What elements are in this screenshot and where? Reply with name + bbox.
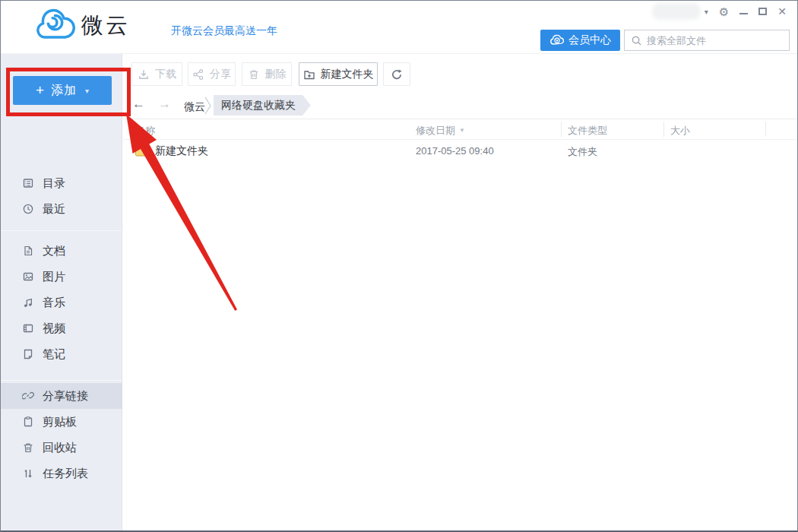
sidebar-item-share-links[interactable]: 分享链接 <box>1 383 122 409</box>
nav-back-arrow[interactable]: ← <box>132 97 145 112</box>
member-center-button[interactable]: 会员中心 <box>540 30 620 51</box>
member-center-label: 会员中心 <box>568 33 611 47</box>
recent-clock-icon <box>22 203 34 215</box>
refresh-icon <box>391 68 403 81</box>
breadcrumb-current-folder[interactable]: 网络硬盘收藏夹 <box>214 95 311 116</box>
music-note-icon <box>22 296 34 309</box>
share-button[interactable]: 分享 <box>188 62 236 86</box>
settings-gear-icon[interactable]: ⚙ <box>719 6 729 17</box>
clipboard-icon <box>22 416 34 428</box>
search-box <box>624 30 790 51</box>
account-dropdown-caret-icon[interactable]: ▾ <box>705 8 708 16</box>
user-account-redacted[interactable] <box>654 5 698 17</box>
video-icon <box>22 322 34 334</box>
sidebar-item-music[interactable]: 音乐 <box>1 290 122 315</box>
sidebar-item-recent[interactable]: 最近 <box>1 196 122 222</box>
sort-caret-icon: ▼ <box>459 127 465 134</box>
sidebar-item-documents[interactable]: 文档 <box>1 238 122 264</box>
delete-button[interactable]: 删除 <box>242 62 292 86</box>
sidebar-item-label: 笔记 <box>43 347 65 362</box>
column-header-size[interactable]: 大小 <box>670 124 690 138</box>
sidebar-divider <box>1 380 122 381</box>
add-button[interactable]: + 添加 ▾ <box>13 76 112 105</box>
directory-icon <box>22 177 34 189</box>
file-type: 文件夹 <box>568 145 597 159</box>
sidebar-item-videos[interactable]: 视频 <box>1 315 122 341</box>
sidebar-item-label: 图片 <box>43 270 65 284</box>
sidebar-item-notes[interactable]: 笔记 <box>1 341 122 367</box>
table-row[interactable]: 新建文件夹 2017-05-25 09:40 文件夹 <box>123 140 797 161</box>
sidebar-divider <box>1 230 122 231</box>
sidebar-item-label: 文档 <box>43 244 65 258</box>
main-content: 下载 分享 删除 新建文件夹 ← → 微云 <box>123 54 797 530</box>
breadcrumb-root[interactable]: 微云 <box>184 100 205 114</box>
sidebar: + 添加 ▾ 目录 最近 文档 图片 <box>1 54 122 530</box>
sidebar-item-label: 最近 <box>43 202 65 217</box>
image-icon <box>22 271 34 283</box>
transfer-tasks-icon <box>22 467 34 480</box>
new-folder-icon <box>303 68 315 81</box>
breadcrumb-divider <box>123 119 797 119</box>
sidebar-item-directory[interactable]: 目录 <box>1 170 122 196</box>
sidebar-item-pictures[interactable]: 图片 <box>1 264 122 290</box>
download-button[interactable]: 下载 <box>131 62 182 86</box>
refresh-button[interactable] <box>383 62 410 86</box>
sidebar-item-label: 剪贴板 <box>43 415 77 429</box>
share-label: 分享 <box>210 68 231 81</box>
column-divider <box>663 122 664 137</box>
link-icon <box>22 390 34 402</box>
member-promo-link[interactable]: 开微云会员最高送一年 <box>171 24 277 38</box>
sidebar-item-label: 回收站 <box>43 441 77 455</box>
note-icon <box>22 348 34 360</box>
column-divider <box>561 122 562 137</box>
close-icon[interactable]: ✕ <box>777 5 787 17</box>
column-header-name[interactable]: 名称 <box>135 124 155 138</box>
column-header-modified[interactable]: 修改日期▼ <box>416 124 465 138</box>
sidebar-item-label: 目录 <box>43 176 65 191</box>
weiyun-app-window: 微云 开微云会员最高送一年 会员中心 ▾ <box>0 0 798 532</box>
weiyun-logo: 微云 <box>34 8 130 43</box>
member-cloud-v-icon <box>549 34 565 46</box>
minimize-icon[interactable] <box>739 8 748 14</box>
add-button-label: 添加 <box>51 83 77 99</box>
sidebar-item-label: 音乐 <box>43 296 65 310</box>
delete-trash-icon <box>248 68 260 81</box>
maximize-icon[interactable] <box>758 8 767 15</box>
sidebar-item-recycle-bin[interactable]: 回收站 <box>1 435 122 461</box>
weiyun-cloud-logo-icon <box>34 8 75 43</box>
column-header-type[interactable]: 文件类型 <box>568 124 607 138</box>
file-name: 新建文件夹 <box>155 144 208 158</box>
titlebar-controls: ▾ ⚙ ✕ <box>654 5 787 17</box>
delete-label: 删除 <box>265 68 287 81</box>
sidebar-item-label: 视频 <box>43 321 65 336</box>
share-icon <box>192 68 204 81</box>
sidebar-item-label: 分享链接 <box>43 389 88 404</box>
breadcrumb-chevron-icon <box>204 96 211 119</box>
logo-text: 微云 <box>81 11 130 41</box>
download-label: 下载 <box>155 68 176 81</box>
document-icon <box>22 245 34 257</box>
plus-icon: + <box>36 82 44 99</box>
search-icon <box>631 35 642 46</box>
sidebar-item-task-list[interactable]: 任务列表 <box>1 461 122 486</box>
sidebar-item-label: 任务列表 <box>43 467 88 481</box>
column-divider <box>765 122 766 137</box>
download-icon <box>138 68 150 81</box>
new-folder-button[interactable]: 新建文件夹 <box>299 62 378 86</box>
nav-forward-arrow[interactable]: → <box>158 97 171 112</box>
folder-icon <box>135 143 151 160</box>
file-modified-date: 2017-05-25 09:40 <box>416 145 494 157</box>
sidebar-item-clipboard[interactable]: 剪贴板 <box>1 409 122 435</box>
new-folder-label: 新建文件夹 <box>321 68 374 81</box>
search-input[interactable] <box>647 35 789 46</box>
trash-icon <box>22 442 34 454</box>
add-dropdown-caret-icon: ▾ <box>85 87 89 95</box>
